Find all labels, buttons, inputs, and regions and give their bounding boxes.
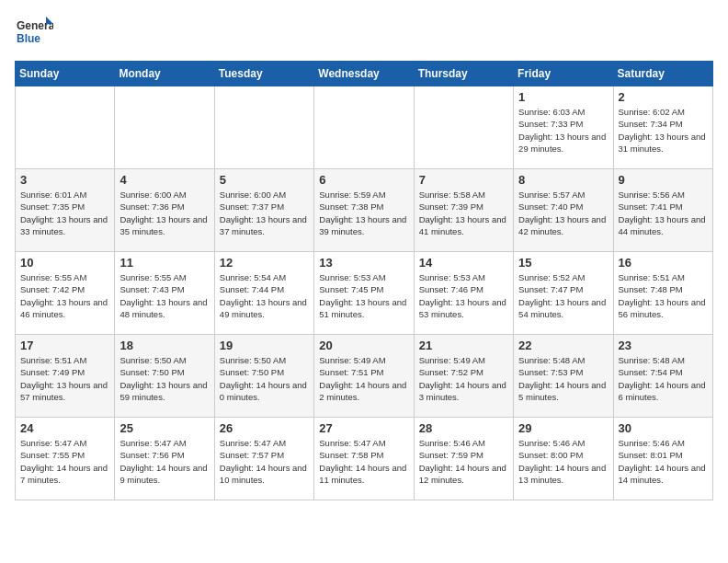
day-info: Sunrise: 5:54 AMSunset: 7:44 PMDaylight:… <box>220 271 309 320</box>
day-number: 26 <box>220 421 309 435</box>
day-number: 14 <box>419 256 508 270</box>
day-cell <box>214 86 313 169</box>
logo-svg: General Blue <box>15 15 53 53</box>
day-cell: 25Sunrise: 5:47 AMSunset: 7:56 PMDayligh… <box>115 418 214 500</box>
day-number: 17 <box>20 339 109 352</box>
day-info: Sunrise: 5:53 AMSunset: 7:46 PMDaylight:… <box>419 271 508 320</box>
day-cell: 19Sunrise: 5:50 AMSunset: 7:50 PMDayligh… <box>214 335 313 418</box>
week-row-3: 10Sunrise: 5:55 AMSunset: 7:42 PMDayligh… <box>16 252 713 335</box>
day-number: 10 <box>20 256 109 270</box>
day-number: 24 <box>20 421 109 435</box>
day-info: Sunrise: 5:52 AMSunset: 7:47 PMDaylight:… <box>518 271 608 320</box>
day-cell <box>115 86 214 169</box>
day-number: 16 <box>619 256 708 270</box>
day-cell: 13Sunrise: 5:53 AMSunset: 7:45 PMDayligh… <box>314 252 414 335</box>
day-cell <box>16 86 115 169</box>
day-number: 23 <box>619 339 708 352</box>
day-info: Sunrise: 5:50 AMSunset: 7:50 PMDaylight:… <box>220 354 309 403</box>
day-info: Sunrise: 6:02 AMSunset: 7:34 PMDaylight:… <box>619 106 708 155</box>
weekday-header-friday: Friday <box>514 62 613 86</box>
day-info: Sunrise: 5:49 AMSunset: 7:51 PMDaylight:… <box>319 354 408 403</box>
day-info: Sunrise: 6:03 AMSunset: 7:33 PMDaylight:… <box>518 106 608 155</box>
day-cell: 14Sunrise: 5:53 AMSunset: 7:46 PMDayligh… <box>414 252 513 335</box>
day-cell: 20Sunrise: 5:49 AMSunset: 7:51 PMDayligh… <box>314 335 414 418</box>
day-number: 1 <box>518 90 608 104</box>
day-cell: 11Sunrise: 5:55 AMSunset: 7:43 PMDayligh… <box>115 252 214 335</box>
day-number: 3 <box>20 173 109 187</box>
day-info: Sunrise: 5:48 AMSunset: 7:54 PMDaylight:… <box>619 354 708 403</box>
day-cell: 29Sunrise: 5:46 AMSunset: 8:00 PMDayligh… <box>514 418 613 500</box>
day-cell: 28Sunrise: 5:46 AMSunset: 7:59 PMDayligh… <box>414 418 513 500</box>
day-number: 29 <box>518 421 608 435</box>
day-number: 25 <box>119 421 209 435</box>
week-row-2: 3Sunrise: 6:01 AMSunset: 7:35 PMDaylight… <box>16 169 713 252</box>
day-info: Sunrise: 5:48 AMSunset: 7:53 PMDaylight:… <box>518 354 608 403</box>
day-number: 19 <box>220 339 309 352</box>
day-info: Sunrise: 5:56 AMSunset: 7:41 PMDaylight:… <box>619 189 708 237</box>
week-row-4: 17Sunrise: 5:51 AMSunset: 7:49 PMDayligh… <box>16 335 713 418</box>
calendar: SundayMondayTuesdayWednesdayThursdayFrid… <box>15 61 713 500</box>
day-number: 11 <box>119 256 209 270</box>
day-cell: 15Sunrise: 5:52 AMSunset: 7:47 PMDayligh… <box>514 252 613 335</box>
day-info: Sunrise: 6:00 AMSunset: 7:37 PMDaylight:… <box>220 189 309 237</box>
day-info: Sunrise: 5:50 AMSunset: 7:50 PMDaylight:… <box>119 354 209 403</box>
day-cell: 2Sunrise: 6:02 AMSunset: 7:34 PMDaylight… <box>613 86 712 169</box>
day-info: Sunrise: 6:00 AMSunset: 7:36 PMDaylight:… <box>119 189 209 237</box>
day-cell: 3Sunrise: 6:01 AMSunset: 7:35 PMDaylight… <box>16 169 115 252</box>
day-number: 28 <box>419 421 508 435</box>
weekday-header-thursday: Thursday <box>414 62 513 86</box>
day-info: Sunrise: 5:47 AMSunset: 7:57 PMDaylight:… <box>220 437 309 486</box>
day-info: Sunrise: 5:53 AMSunset: 7:45 PMDaylight:… <box>319 271 408 320</box>
day-number: 15 <box>518 256 608 270</box>
weekday-header-tuesday: Tuesday <box>214 62 313 86</box>
weekday-header-saturday: Saturday <box>613 62 712 86</box>
day-number: 18 <box>119 339 209 352</box>
day-info: Sunrise: 5:47 AMSunset: 7:56 PMDaylight:… <box>119 437 209 486</box>
logo: General Blue <box>15 15 53 53</box>
day-cell: 23Sunrise: 5:48 AMSunset: 7:54 PMDayligh… <box>613 335 712 418</box>
day-number: 4 <box>119 173 209 187</box>
day-cell: 18Sunrise: 5:50 AMSunset: 7:50 PMDayligh… <box>115 335 214 418</box>
day-cell: 1Sunrise: 6:03 AMSunset: 7:33 PMDaylight… <box>514 86 613 169</box>
day-cell: 30Sunrise: 5:46 AMSunset: 8:01 PMDayligh… <box>613 418 712 500</box>
day-cell: 24Sunrise: 5:47 AMSunset: 7:55 PMDayligh… <box>16 418 115 500</box>
day-cell: 16Sunrise: 5:51 AMSunset: 7:48 PMDayligh… <box>613 252 712 335</box>
day-number: 30 <box>619 421 708 435</box>
day-cell: 21Sunrise: 5:49 AMSunset: 7:52 PMDayligh… <box>414 335 513 418</box>
day-cell: 12Sunrise: 5:54 AMSunset: 7:44 PMDayligh… <box>214 252 313 335</box>
calendar-body: 1Sunrise: 6:03 AMSunset: 7:33 PMDaylight… <box>16 86 713 500</box>
weekday-row: SundayMondayTuesdayWednesdayThursdayFrid… <box>16 62 713 86</box>
day-number: 9 <box>619 173 708 187</box>
day-cell: 4Sunrise: 6:00 AMSunset: 7:36 PMDaylight… <box>115 169 214 252</box>
calendar-header: SundayMondayTuesdayWednesdayThursdayFrid… <box>16 62 713 86</box>
day-info: Sunrise: 5:57 AMSunset: 7:40 PMDaylight:… <box>518 189 608 237</box>
day-number: 7 <box>419 173 508 187</box>
day-info: Sunrise: 5:55 AMSunset: 7:42 PMDaylight:… <box>20 271 109 320</box>
week-row-1: 1Sunrise: 6:03 AMSunset: 7:33 PMDaylight… <box>16 86 713 169</box>
day-number: 5 <box>220 173 309 187</box>
day-number: 22 <box>518 339 608 352</box>
day-info: Sunrise: 5:51 AMSunset: 7:49 PMDaylight:… <box>20 354 109 403</box>
day-cell: 7Sunrise: 5:58 AMSunset: 7:39 PMDaylight… <box>414 169 513 252</box>
day-number: 27 <box>319 421 408 435</box>
day-cell: 5Sunrise: 6:00 AMSunset: 7:37 PMDaylight… <box>214 169 313 252</box>
header: General Blue <box>15 15 713 53</box>
day-info: Sunrise: 5:49 AMSunset: 7:52 PMDaylight:… <box>419 354 508 403</box>
weekday-header-monday: Monday <box>115 62 214 86</box>
day-cell: 26Sunrise: 5:47 AMSunset: 7:57 PMDayligh… <box>214 418 313 500</box>
day-info: Sunrise: 6:01 AMSunset: 7:35 PMDaylight:… <box>20 189 109 237</box>
day-number: 13 <box>319 256 408 270</box>
day-cell <box>314 86 414 169</box>
day-info: Sunrise: 5:58 AMSunset: 7:39 PMDaylight:… <box>419 189 508 237</box>
day-number: 21 <box>419 339 508 352</box>
day-cell: 22Sunrise: 5:48 AMSunset: 7:53 PMDayligh… <box>514 335 613 418</box>
day-info: Sunrise: 5:46 AMSunset: 8:00 PMDaylight:… <box>518 437 608 486</box>
week-row-5: 24Sunrise: 5:47 AMSunset: 7:55 PMDayligh… <box>16 418 713 500</box>
day-info: Sunrise: 5:55 AMSunset: 7:43 PMDaylight:… <box>119 271 209 320</box>
day-cell: 6Sunrise: 5:59 AMSunset: 7:38 PMDaylight… <box>314 169 414 252</box>
day-cell: 10Sunrise: 5:55 AMSunset: 7:42 PMDayligh… <box>16 252 115 335</box>
day-number: 2 <box>619 90 708 104</box>
day-number: 12 <box>220 256 309 270</box>
weekday-header-sunday: Sunday <box>16 62 115 86</box>
day-info: Sunrise: 5:47 AMSunset: 7:55 PMDaylight:… <box>20 437 109 486</box>
